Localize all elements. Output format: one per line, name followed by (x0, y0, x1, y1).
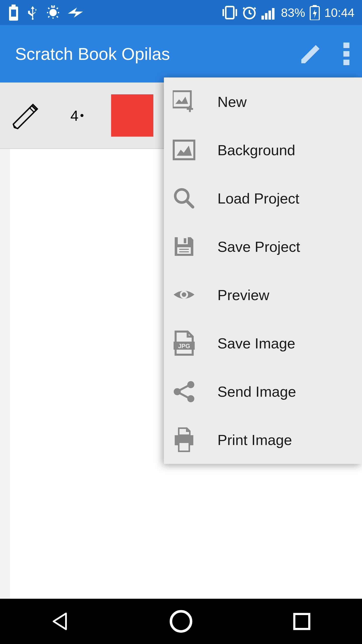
svg-rect-2 (11, 10, 16, 17)
svg-rect-1 (12, 5, 16, 7)
back-button[interactable] (47, 608, 74, 635)
svg-rect-13 (272, 8, 275, 20)
alarm-icon (242, 5, 257, 20)
svg-point-32 (187, 381, 194, 388)
menu-label: Save Image (217, 335, 295, 352)
menu-item-background[interactable]: Background (164, 126, 362, 174)
svg-rect-15 (313, 5, 317, 7)
menu-item-preview[interactable]: Preview (164, 271, 362, 319)
menu-item-load[interactable]: Load Project (164, 174, 362, 222)
svg-rect-11 (265, 13, 267, 20)
svg-point-3 (50, 9, 57, 16)
lightning-icon (68, 7, 83, 19)
battery-charging-icon (310, 5, 320, 20)
svg-point-39 (171, 611, 191, 631)
new-image-icon (173, 90, 195, 113)
share-icon (173, 380, 195, 403)
svg-rect-25 (177, 247, 191, 254)
print-icon (173, 428, 195, 451)
eye-icon (173, 284, 195, 306)
svg-rect-17 (343, 43, 349, 48)
battery-percent: 83% (281, 6, 305, 20)
menu-label: Background (217, 142, 295, 158)
svg-point-34 (187, 395, 194, 402)
background-icon (173, 139, 195, 161)
signal-icon (261, 6, 277, 20)
overflow-menu: New Background Load Project Save Project… (164, 77, 362, 464)
app-bar: Scratch Book Opilas (0, 25, 362, 83)
svg-rect-10 (261, 16, 264, 20)
svg-line-35 (180, 386, 188, 390)
recent-apps-button[interactable] (288, 608, 315, 635)
svg-rect-38 (179, 442, 189, 451)
brush-size-value: 4 (70, 107, 78, 124)
app-title: Scratch Book Opilas (15, 44, 170, 64)
edit-icon[interactable] (298, 41, 323, 66)
svg-rect-21 (174, 141, 194, 159)
svg-rect-5 (54, 5, 55, 8)
battery-status-icon (8, 5, 20, 21)
more-icon[interactable] (343, 43, 349, 65)
menu-label: Load Project (217, 190, 299, 207)
svg-text:JPG: JPG (178, 343, 190, 349)
vibrate-icon (222, 5, 237, 20)
svg-point-29 (182, 292, 186, 297)
jpg-file-icon: JPG (173, 332, 195, 354)
menu-item-save-image[interactable]: JPG Save Image (164, 319, 362, 367)
status-left (8, 5, 83, 21)
usb-icon (27, 5, 38, 21)
svg-line-36 (180, 393, 188, 398)
save-icon (173, 235, 195, 258)
menu-label: Preview (217, 287, 269, 303)
menu-label: New (217, 93, 247, 110)
menu-item-send-image[interactable]: Send Image (164, 367, 362, 416)
svg-rect-18 (343, 51, 349, 57)
menu-item-save[interactable]: Save Project (164, 222, 362, 271)
debug-icon (46, 5, 60, 20)
color-swatch-button[interactable] (111, 94, 153, 137)
status-bar: 83% 10:44 (0, 0, 362, 25)
svg-rect-4 (51, 5, 53, 8)
svg-rect-40 (294, 614, 309, 629)
brush-size-dot (80, 114, 83, 117)
clock-text: 10:44 (324, 6, 354, 20)
svg-rect-20 (173, 91, 191, 108)
navigation-bar (0, 599, 362, 644)
menu-label: Print Image (217, 431, 292, 448)
menu-label: Send Image (217, 383, 296, 400)
home-button[interactable] (167, 608, 195, 635)
svg-rect-6 (226, 7, 234, 19)
status-right: 83% 10:44 (222, 5, 354, 20)
svg-rect-12 (268, 11, 271, 20)
search-icon (173, 187, 195, 210)
svg-rect-19 (343, 60, 349, 65)
pencil-tool-button[interactable] (10, 99, 43, 132)
app-bar-actions (298, 41, 349, 66)
brush-size-button[interactable]: 4 (70, 107, 83, 124)
menu-label: Save Project (217, 238, 300, 255)
menu-item-print-image[interactable]: Print Image (164, 416, 362, 464)
menu-item-new[interactable]: New (164, 77, 362, 126)
svg-rect-24 (184, 238, 186, 243)
